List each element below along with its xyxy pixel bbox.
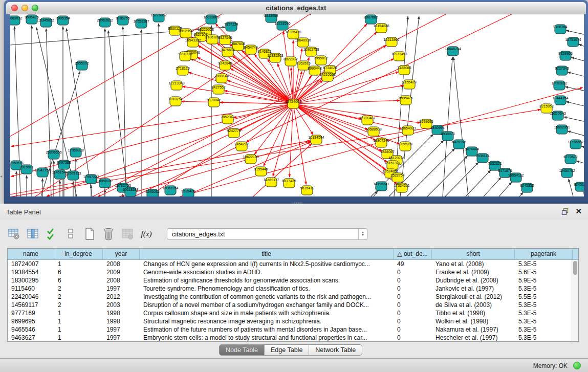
graph-node[interactable]: 16061264 bbox=[162, 186, 178, 195]
graph-node[interactable]: 16325419 bbox=[285, 30, 301, 39]
graph-node[interactable]: 2887682 bbox=[364, 15, 378, 24]
memory-ok-indicator-icon[interactable] bbox=[573, 362, 581, 369]
graph-node[interactable]: 9245852 bbox=[520, 183, 534, 192]
scrollbar-thumb[interactable] bbox=[573, 261, 577, 275]
graph-node[interactable]: 10973493 bbox=[391, 52, 407, 61]
graph-node[interactable]: 10654112 bbox=[508, 173, 524, 182]
graph-node[interactable]: 9635428 bbox=[181, 189, 195, 196]
graph-node[interactable]: 10553287 bbox=[133, 19, 149, 28]
table-row[interactable]: 977716911998Corpus callosum shape and si… bbox=[8, 309, 572, 317]
graph-node[interactable]: 20206556 bbox=[46, 150, 61, 159]
column-header-in_degree[interactable]: in_degree bbox=[54, 249, 103, 259]
graph-node[interactable]: 13505113 bbox=[66, 171, 81, 180]
graph-node[interactable]: 7905354 bbox=[56, 16, 70, 25]
graph-node[interactable]: 6770522 bbox=[563, 155, 577, 164]
graph-node[interactable]: 15345822 bbox=[38, 18, 54, 27]
graph-node[interactable]: 9827546 bbox=[218, 35, 232, 45]
graph-node[interactable]: 20618588 bbox=[122, 187, 138, 196]
column-header-out_de[interactable]: △ out_de... bbox=[394, 249, 432, 259]
graph-node[interactable]: 14569117 bbox=[264, 178, 279, 187]
graph-node[interactable]: 10688609 bbox=[365, 127, 381, 136]
graph-node[interactable]: 15692951 bbox=[554, 125, 570, 134]
graph-node[interactable]: 9245103 bbox=[574, 182, 584, 191]
graph-node[interactable]: 15885203 bbox=[267, 53, 283, 62]
window-titlebar[interactable]: citations_edges.txt bbox=[6, 2, 586, 14]
graph-node[interactable]: 16033809 bbox=[203, 15, 219, 24]
column-header-year[interactable]: year bbox=[103, 249, 140, 259]
graph-node[interactable]: 7485063 bbox=[397, 65, 411, 75]
graph-node[interactable]: 8912954 bbox=[179, 29, 192, 38]
graph-node[interactable]: 13654923 bbox=[400, 126, 416, 135]
column-header-pagerank[interactable]: pagerank bbox=[515, 249, 573, 259]
column-header-short[interactable]: short bbox=[432, 249, 515, 259]
table-row[interactable]: 1872400712008Changes of HCN gene express… bbox=[8, 260, 572, 268]
graph-node[interactable]: 9227343 bbox=[555, 66, 569, 75]
graph-node[interactable]: 15751074 bbox=[565, 37, 581, 47]
graph-node[interactable]: 9097588 bbox=[57, 160, 71, 169]
graph-node[interactable]: 7852342 bbox=[221, 115, 234, 124]
graph-node[interactable]: 8427552 bbox=[211, 85, 225, 94]
new-table-icon[interactable] bbox=[83, 227, 96, 240]
graph-node[interactable]: 9155429 bbox=[402, 80, 416, 89]
graph-node[interactable]: 8595425 bbox=[399, 96, 412, 105]
graph-node[interactable]: 8186328 bbox=[205, 35, 219, 44]
graph-node[interactable]: 2454292 bbox=[234, 142, 248, 151]
table-vertical-scrollbar[interactable] bbox=[572, 260, 578, 341]
graph-node[interactable]: 9155449 bbox=[254, 167, 268, 176]
graph-node[interactable]: 8637429 bbox=[282, 179, 296, 188]
graph-node[interactable]: 12213967 bbox=[383, 37, 399, 47]
table-row[interactable]: 969969511998Structural magnetic resonanc… bbox=[8, 317, 572, 325]
graph-node[interactable]: 17359928 bbox=[68, 148, 83, 157]
graph-node[interactable]: 16648784 bbox=[445, 47, 461, 56]
table-row[interactable]: 1938455462009Genome-wide association stu… bbox=[8, 268, 572, 276]
close-panel-icon[interactable]: ✕ bbox=[575, 207, 582, 215]
table-row[interactable]: 1456911722003Disruption of a novel membe… bbox=[8, 301, 572, 309]
graph-node[interactable]: 9245032 bbox=[145, 189, 159, 196]
column-header-name[interactable]: name bbox=[8, 249, 54, 259]
graph-node[interactable]: 16958107 bbox=[97, 179, 113, 188]
graph-node[interactable]: 1810754 bbox=[168, 97, 182, 106]
graph-node[interactable]: 9242848 bbox=[218, 61, 232, 70]
graph-node[interactable]: 16151327 bbox=[384, 161, 400, 170]
graph-node[interactable]: 12093832 bbox=[551, 81, 567, 90]
graph-node[interactable]: 14210522 bbox=[319, 72, 335, 81]
graph-node[interactable]: 2522754 bbox=[390, 173, 404, 182]
graph-node[interactable]: 8454749 bbox=[244, 45, 257, 54]
row-selection-icon[interactable] bbox=[45, 227, 58, 240]
graph-node[interactable]: 14196141 bbox=[373, 182, 389, 191]
tab-network-table[interactable]: Network Table bbox=[309, 345, 362, 355]
graph-node[interactable]: 3915911 bbox=[20, 165, 34, 174]
graph-node[interactable]: 17334261 bbox=[394, 183, 409, 192]
graph-node[interactable]: 12213349 bbox=[168, 81, 184, 90]
graph-node[interactable]: 9242779 bbox=[227, 128, 241, 138]
graph-node[interactable]: 8822037 bbox=[284, 57, 297, 66]
table-row[interactable]: 1830029562008Estimation of significance … bbox=[8, 276, 572, 285]
graph-node[interactable]: 18807249 bbox=[373, 138, 389, 147]
column-header-title[interactable]: title bbox=[140, 249, 394, 259]
collapse-left-panel-arrow[interactable]: ◂ bbox=[0, 174, 2, 179]
function-builder-icon[interactable]: f(x) bbox=[140, 227, 153, 240]
table-row[interactable]: 2242004622012Investigating the contribut… bbox=[8, 293, 572, 301]
graph-node[interactable]: 10622180 bbox=[243, 155, 258, 164]
graph-node[interactable]: 9699695 bbox=[419, 119, 433, 128]
graph-node[interactable]: 9890733 bbox=[178, 52, 192, 61]
graph-node[interactable]: 9605425 bbox=[25, 15, 38, 24]
graph-node[interactable]: 6479197 bbox=[452, 140, 466, 149]
graph-node[interactable]: 10384594 bbox=[308, 135, 324, 144]
graph-node[interactable]: 16961758 bbox=[303, 47, 319, 56]
graph-node[interactable]: 9329966 bbox=[558, 51, 572, 60]
row-height-icon[interactable] bbox=[64, 227, 77, 240]
float-panel-icon[interactable] bbox=[561, 208, 569, 215]
table-selector-dropdown[interactable]: citations_edges.txt ▲▼ bbox=[167, 228, 367, 240]
graph-node[interactable]: 3475685 bbox=[221, 48, 234, 57]
delete-table-icon[interactable] bbox=[102, 227, 115, 240]
graph-node[interactable]: 15720407 bbox=[359, 116, 375, 125]
graph-node[interactable]: 8938923 bbox=[441, 132, 454, 141]
graph-node[interactable]: 12450702 bbox=[559, 168, 575, 178]
graph-node[interactable]: 9186755 bbox=[116, 16, 129, 25]
graph-node[interactable]: 20063812 bbox=[97, 18, 113, 27]
graph-node[interactable]: 16154838 bbox=[373, 24, 389, 33]
graph-node[interactable]: 2655102 bbox=[75, 61, 89, 70]
graph-node[interactable]: 7955812 bbox=[314, 56, 328, 65]
graph-node[interactable]: 16210643 bbox=[550, 111, 565, 120]
